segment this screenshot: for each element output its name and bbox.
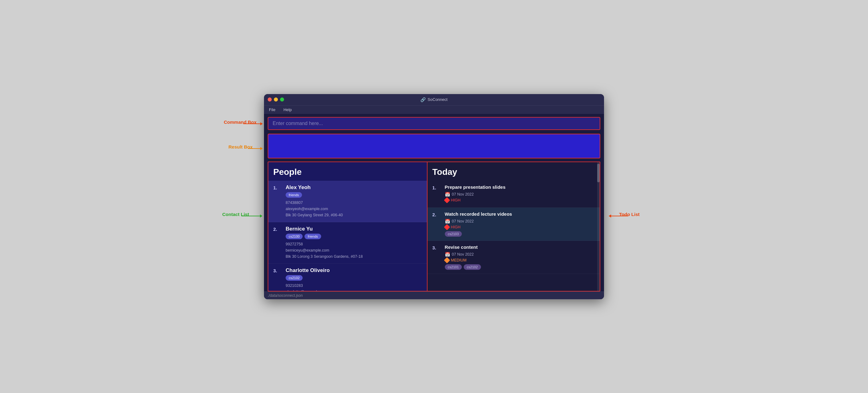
scrollbar-thumb[interactable] [597,164,600,182]
app-icon: 🔗 [421,97,426,102]
todo-title: Prepare presentation slides [445,185,593,190]
contact-item[interactable]: 2. Bernice Yu cs2100 friends 99272758 be… [268,222,427,264]
calendar-icon: 📅 [445,252,450,257]
todo-details: Revise content 📅 07 Nov 2022 MEDIUM cs21… [445,245,593,270]
todo-item[interactable]: 3. Revise content 📅 07 Nov 2022 MEDIUM c [428,241,600,274]
todo-details: Watch recorded lecture videos 📅 07 Nov 2… [445,212,593,237]
result-section [264,132,604,162]
todo-title: Revise content [445,245,593,250]
today-panel: Today 1. Prepare presentation slides 📅 0… [428,162,600,291]
todo-item[interactable]: 1. Prepare presentation slides 📅 07 Nov … [428,181,600,208]
todo-date: 📅 07 Nov 2022 [445,192,593,197]
todo-title: Watch recorded lecture videos [445,212,593,217]
contact-info: 87438807 alexyeoh@example.com Blk 30 Gey… [286,200,422,218]
contact-tags: cs2100 friends [286,234,422,239]
statusbar-path: ./data/soconnect.json [268,293,303,298]
todo-tags: cs2101 cs2102 [445,264,593,270]
todo-details: Prepare presentation slides 📅 07 Nov 202… [445,185,593,204]
today-panel-title: Today [428,167,600,181]
statusbar: ./data/soconnect.json [264,291,604,299]
todo-date: 📅 07 Nov 2022 [445,219,593,224]
result-box [268,134,600,159]
todo-number: 2. [432,212,441,237]
contact-name: Charlotte Oliveiro [286,268,422,274]
todo-priority: HIGH [445,225,593,229]
priority-icon [444,224,450,230]
calendar-icon: 📅 [445,192,450,197]
contact-number: 3. [273,268,282,291]
maximize-button[interactable] [280,97,284,102]
contact-name: Bernice Yu [286,226,422,232]
traffic-lights [268,97,284,102]
todo-tag: cs2101 [445,264,462,270]
tag: cs2102 [286,275,303,281]
contact-item[interactable]: 1. Alex Yeoh friends 87438807 alexyeoh@e… [268,181,427,222]
scrollbar-track[interactable] [597,162,600,291]
main-content: People 1. Alex Yeoh friends 87438807 ale… [268,162,600,291]
app-title: 🔗 SoConnect [421,97,447,102]
todo-tags: cs2103 [445,231,593,237]
close-button[interactable] [268,97,272,102]
contact-details: Charlotte Oliveiro cs2102 93210283 charl… [286,268,422,291]
todo-number: 3. [432,245,441,270]
todo-number: 1. [432,185,441,204]
people-panel: People 1. Alex Yeoh friends 87438807 ale… [268,162,428,291]
contact-info: 99272758 berniceyu@example.com Blk 30 Lo… [286,241,422,260]
contact-details: Bernice Yu cs2100 friends 99272758 berni… [286,226,422,260]
app-window: 🔗 SoConnect File Help People [264,94,604,299]
contact-number: 2. [273,226,282,260]
tag: cs2100 [286,234,303,239]
priority-icon [444,197,450,203]
calendar-icon: 📅 [445,219,450,224]
command-input[interactable] [268,118,600,129]
todo-date: 📅 07 Nov 2022 [445,252,593,257]
minimize-button[interactable] [274,97,278,102]
tag: friends [305,234,321,239]
contact-item[interactable]: 3. Charlotte Oliveiro cs2102 93210283 ch… [268,264,427,291]
contact-tags: cs2102 [286,275,422,281]
command-section [264,114,604,132]
todo-priority: HIGH [445,198,593,202]
contact-number: 1. [273,185,282,218]
menu-file[interactable]: File [268,107,277,113]
todo-priority: MEDIUM [445,258,593,262]
todo-item[interactable]: 2. Watch recorded lecture videos 📅 07 No… [428,208,600,241]
priority-icon [444,257,450,263]
titlebar: 🔗 SoConnect [264,94,604,105]
contact-info: 93210283 charlotte@example.com Blk 11 An… [286,283,422,291]
todo-tag: cs2103 [445,231,462,237]
contact-details: Alex Yeoh friends 87438807 alexyeoh@exam… [286,185,422,218]
contact-tags: friends [286,192,422,198]
command-input-wrapper [268,117,600,130]
contact-name: Alex Yeoh [286,185,422,191]
tag: friends [286,192,302,198]
todo-tag: cs2102 [464,264,481,270]
menubar: File Help [264,105,604,114]
people-panel-title: People [268,167,427,181]
menu-help[interactable]: Help [282,107,293,113]
